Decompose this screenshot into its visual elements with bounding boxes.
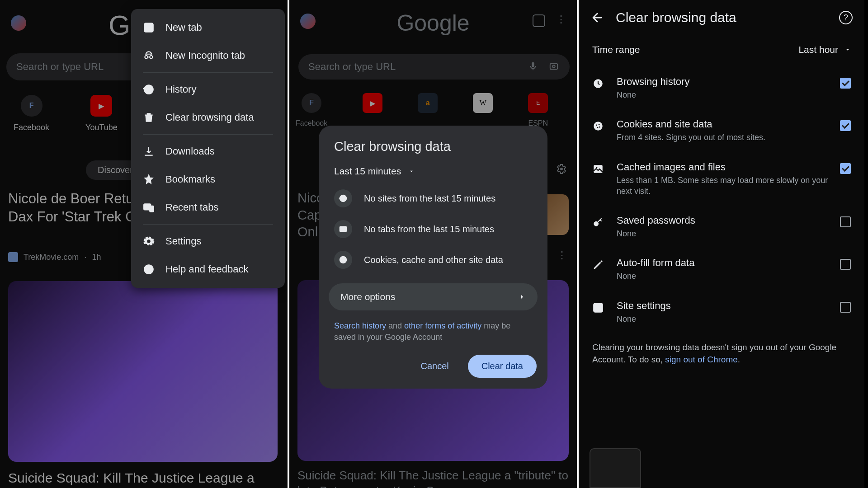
other-activity-link[interactable]: other forms of activity (404, 321, 481, 330)
card-more-icon[interactable]: ⋮ (557, 249, 567, 261)
checkbox[interactable] (840, 78, 851, 89)
menu-help[interactable]: Help and feedback (131, 255, 285, 283)
checkbox[interactable] (840, 120, 851, 131)
option-cookies[interactable]: Cookies and site dataFrom 4 sites. Signs… (579, 109, 864, 152)
back-icon[interactable] (590, 11, 604, 24)
checkbox[interactable] (840, 302, 851, 313)
clear-data-button[interactable]: Clear data (468, 355, 537, 378)
menu-settings[interactable]: Settings (131, 227, 285, 255)
menu-divider (143, 72, 273, 73)
more-options-button[interactable]: More options (329, 283, 538, 310)
gear-icon[interactable] (556, 164, 567, 174)
clear-data-dialog: Clear browsing data Last 15 minutes No s… (319, 126, 547, 389)
svg-rect-4 (550, 64, 558, 70)
incognito-icon (143, 50, 155, 61)
search-placeholder: Search or type URL (16, 61, 104, 73)
svg-rect-8 (340, 227, 347, 232)
checkbox[interactable] (840, 163, 851, 174)
menu-bookmarks[interactable]: Bookmarks (131, 165, 285, 193)
sign-out-link[interactable]: sign out of Chrome (665, 355, 738, 364)
option-site-settings[interactable]: Site settingsNone (579, 291, 864, 333)
time-range-dropdown[interactable]: Last 15 minutes (319, 161, 547, 183)
option-autofill[interactable]: Auto-fill form dataNone (579, 248, 864, 291)
search-history-link[interactable]: Search history (334, 321, 386, 330)
overflow-menu: New tab New Incognito tab History Clear … (131, 9, 285, 288)
article-headline-2[interactable]: Suicide Squad: Kill The Justice League a… (297, 468, 569, 488)
tile-facebook[interactable]: F Facebook (14, 95, 49, 132)
option-browsing-history[interactable]: Browsing historyNone (579, 67, 864, 109)
checkbox[interactable] (840, 216, 851, 227)
history-icon (334, 189, 352, 207)
menu-new-tab[interactable]: New tab (131, 14, 285, 42)
article-headline-2[interactable]: Suicide Squad: Kill The Justice League a… (8, 469, 279, 488)
plus-square-icon (143, 22, 155, 33)
svg-point-16 (596, 125, 597, 126)
menu-downloads[interactable]: Downloads (131, 137, 285, 165)
article-image[interactable] (8, 281, 278, 462)
screenshot-3: Clear browsing data ? Time range Last ho… (579, 0, 864, 488)
star-icon (143, 174, 155, 185)
cookie-icon (592, 120, 605, 133)
lens-icon[interactable] (549, 61, 559, 71)
download-icon (143, 145, 155, 157)
menu-recent-tabs[interactable]: Recent tabs (131, 193, 285, 221)
option-cached[interactable]: Cached images and filesLess than 1 MB. S… (579, 152, 864, 206)
chevron-down-icon (844, 47, 851, 53)
dialog-footer-text: Search history and other forms of activi… (319, 310, 547, 343)
svg-point-9 (340, 257, 347, 263)
svg-point-22 (594, 222, 598, 226)
svg-rect-2 (150, 206, 154, 212)
search-placeholder: Search or type URL (308, 61, 396, 73)
svg-point-11 (344, 258, 344, 259)
dialog-actions: Cancel Clear data (319, 343, 547, 378)
svg-point-13 (344, 260, 345, 261)
tabs-button[interactable] (533, 14, 545, 27)
tab-icon (334, 220, 352, 238)
settings-box-icon (592, 302, 605, 314)
time-range-row[interactable]: Time range Last hour (579, 35, 864, 67)
svg-point-17 (599, 124, 600, 126)
mic-icon[interactable] (528, 61, 538, 71)
svg-point-5 (552, 65, 555, 68)
row-no-sites: No sites from the last 15 minutes (319, 183, 547, 214)
more-icon[interactable]: ⋮ (556, 14, 566, 25)
screenshot-1: Go Search or type URL F Facebook ▶ YouTu… (0, 0, 289, 488)
google-logo: Google (396, 10, 469, 36)
gear-icon (143, 235, 155, 247)
devices-icon (143, 202, 155, 213)
cancel-button[interactable]: Cancel (410, 355, 458, 378)
menu-incognito[interactable]: New Incognito tab (131, 42, 285, 70)
svg-point-6 (560, 168, 563, 170)
time-range-label: Time range (592, 44, 640, 55)
svg-point-12 (342, 261, 343, 262)
tile-amazon[interactable]: a (418, 93, 438, 127)
tile-facebook[interactable]: FFacebook (296, 93, 327, 127)
row-cookies: Cookies, cache and other site data (319, 244, 547, 275)
option-passwords[interactable]: Saved passwordsNone (579, 206, 864, 248)
clock-icon (592, 78, 605, 90)
svg-point-10 (341, 258, 342, 259)
tile-wikipedia[interactable]: W (473, 93, 493, 127)
footer-note: Clearing your browsing data doesn't sign… (579, 333, 864, 374)
chevron-right-icon (519, 293, 526, 300)
image-icon (592, 163, 605, 176)
avatar[interactable] (11, 15, 26, 31)
article-age: 1h (92, 253, 101, 262)
checkbox[interactable] (840, 259, 851, 270)
article-meta: TrekMovie.com · 1h (8, 252, 101, 262)
svg-point-21 (596, 167, 597, 168)
screenshot-2: Google ⋮ Search or type URL FFacebook ▶ … (289, 0, 579, 488)
menu-divider (143, 224, 273, 225)
tile-youtube[interactable]: ▶ (363, 93, 382, 127)
menu-clear-data[interactable]: Clear browsing data (131, 103, 285, 131)
tile-espn[interactable]: EESPN (528, 93, 548, 127)
svg-point-15 (594, 122, 603, 131)
menu-history[interactable]: History (131, 75, 285, 103)
help-icon[interactable]: ? (839, 11, 853, 24)
svg-point-24 (597, 306, 600, 310)
time-range-dropdown[interactable]: Last hour (798, 44, 851, 55)
menu-divider (143, 134, 273, 135)
avatar[interactable] (300, 14, 316, 29)
tile-youtube[interactable]: ▶ YouTube (85, 95, 118, 132)
phone-preview (590, 448, 641, 488)
